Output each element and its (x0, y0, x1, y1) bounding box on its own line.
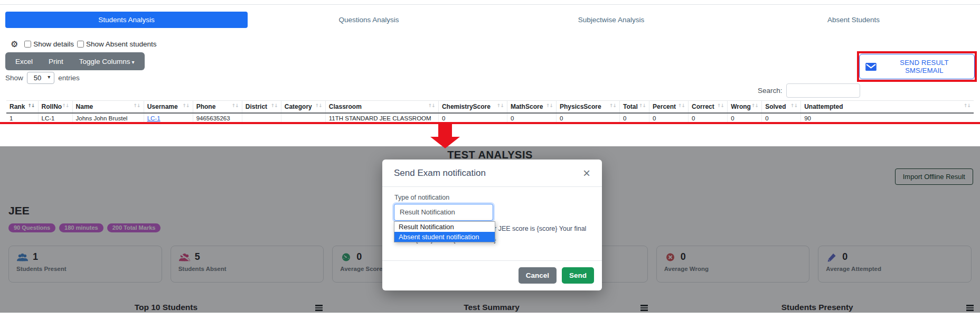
gear-icon[interactable]: ⚙ (11, 39, 18, 49)
cancel-button[interactable]: Cancel (519, 267, 557, 284)
modal-footer: Cancel Send (382, 260, 602, 290)
column-header-phone[interactable]: Phone↑↓ (193, 101, 242, 114)
show-absent-label: Show Absent students (86, 40, 157, 48)
show-details-label: Show details (33, 40, 74, 48)
sort-icon: ↑↓ (62, 103, 69, 108)
show-details-checkbox-row[interactable]: Show details (24, 40, 74, 48)
caret-down-icon: ▾ (132, 59, 135, 65)
search-label: Search: (758, 87, 783, 95)
column-header-district[interactable]: District↑↓ (242, 101, 281, 114)
tab-questions-analysis[interactable]: Questions Analysis (248, 12, 490, 28)
students-table: Rank↑↓RollNo↑↓Name↑↓Username↑↓Phone↑↓Dis… (6, 100, 974, 124)
tab-absent-students[interactable]: Absent Students (732, 12, 975, 28)
column-header-mathscore[interactable]: MathScore↑↓ (507, 101, 556, 114)
envelope-icon (865, 63, 877, 71)
annotation-arrow-icon (430, 124, 460, 148)
column-header-correct[interactable]: Correct↑↓ (689, 101, 728, 114)
entries-label: entries (58, 74, 80, 82)
excel-button[interactable]: Excel (7, 52, 41, 70)
entries-value: 50 (34, 74, 41, 82)
tab-students-analysis[interactable]: Students Analysis (5, 12, 248, 28)
toggle-columns-button[interactable]: Toggle Columns▾ (71, 52, 143, 70)
close-icon[interactable]: × (583, 167, 590, 180)
sort-icon: ↑↓ (315, 103, 322, 108)
column-header-rank[interactable]: Rank↑↓ (6, 101, 38, 114)
show-entries-control: Show 50▾ entries (5, 72, 80, 84)
column-header-username[interactable]: Username↑↓ (144, 101, 193, 114)
sort-icon: ↑↓ (497, 103, 504, 108)
column-header-percent[interactable]: Percent↑↓ (649, 101, 689, 114)
option-absent-student-notification[interactable]: Absent student notification (394, 232, 495, 242)
sort-icon: ↑↓ (546, 103, 553, 108)
toggle-columns-label: Toggle Columns (79, 58, 130, 65)
annotation-highlight-box: SEND RESULT SMS/EMAIL (857, 51, 977, 82)
show-details-checkbox[interactable] (24, 41, 31, 48)
search-control: Search: (758, 83, 860, 98)
divider (0, 4, 980, 5)
notification-type-select[interactable]: Result Notification (394, 204, 493, 221)
annotation-underline (0, 122, 980, 124)
sort-icon: ↑↓ (27, 103, 34, 108)
export-toolbar: Excel Print Toggle Columns▾ (5, 52, 145, 70)
sort-icon: ↑↓ (609, 103, 616, 108)
sort-icon: ↑↓ (183, 103, 190, 108)
sort-icon: ↑↓ (639, 103, 646, 108)
tab-subjectwise-analysis[interactable]: Subjectwise Analysis (490, 12, 732, 28)
table-header-row: Rank↑↓RollNo↑↓Name↑↓Username↑↓Phone↑↓Dis… (6, 101, 974, 114)
modal-body: Type of notification r JEE score is {sco… (382, 187, 602, 260)
column-header-classroom[interactable]: Classroom↑↓ (325, 101, 438, 114)
column-header-solved[interactable]: Solved↑↓ (762, 101, 801, 114)
show-absent-checkbox[interactable] (77, 41, 84, 48)
column-header-unattempted[interactable]: Unattempted↑↓ (801, 101, 974, 114)
modal-header: Send Exam notification × (382, 160, 602, 187)
sort-icon: ↑↓ (428, 103, 435, 108)
notification-message-line1: r JEE score is {score} Your final (494, 225, 586, 232)
send-button[interactable]: Send (562, 267, 594, 284)
option-result-notification[interactable]: Result Notification (394, 222, 495, 232)
show-absent-checkbox-row[interactable]: Show Absent students (77, 40, 157, 48)
column-header-physicsscore[interactable]: PhysicsScore↑↓ (557, 101, 620, 114)
notification-type-label: Type of notification (394, 194, 449, 201)
modal-title: Send Exam notification (394, 168, 486, 179)
sort-icon: ↑↓ (964, 103, 970, 108)
send-exam-notification-modal: Send Exam notification × Type of notific… (382, 160, 602, 290)
column-header-total[interactable]: Total↑↓ (620, 101, 649, 114)
entries-select[interactable]: 50▾ (27, 72, 54, 84)
sort-icon: ↑↓ (678, 103, 685, 108)
column-header-wrong[interactable]: Wrong↑↓ (728, 101, 762, 114)
sort-icon: ↑↓ (717, 103, 724, 108)
sort-icon: ↑↓ (271, 103, 278, 108)
show-label: Show (5, 74, 23, 82)
notification-options: Result NotificationAbsent student notifi… (394, 221, 495, 242)
caret-down-icon: ▾ (48, 74, 50, 80)
column-header-name[interactable]: Name↑↓ (72, 101, 144, 114)
sort-icon: ↑↓ (790, 103, 797, 108)
notification-type-value: Result Notification (400, 208, 455, 216)
send-result-label: SEND RESULT SMS/EMAIL (880, 59, 968, 74)
sort-icon: ↑↓ (751, 103, 758, 108)
search-input[interactable] (786, 83, 860, 98)
sort-icon: ↑↓ (232, 103, 239, 108)
column-header-category[interactable]: Category↑↓ (281, 101, 325, 114)
analysis-tabs: Students AnalysisQuestions AnalysisSubje… (5, 12, 975, 28)
column-header-rollno[interactable]: RollNo↑↓ (38, 101, 72, 114)
column-header-chemistryscore[interactable]: ChemistryScore↑↓ (438, 101, 507, 114)
page: Students AnalysisQuestions AnalysisSubje… (0, 0, 980, 319)
send-result-sms-email-button[interactable]: SEND RESULT SMS/EMAIL (859, 54, 975, 79)
print-button[interactable]: Print (41, 52, 71, 70)
sort-icon: ↑↓ (134, 103, 140, 108)
username-link[interactable]: LC-1 (147, 115, 161, 121)
table-controls: ⚙ Show details Show Absent students (11, 39, 156, 49)
